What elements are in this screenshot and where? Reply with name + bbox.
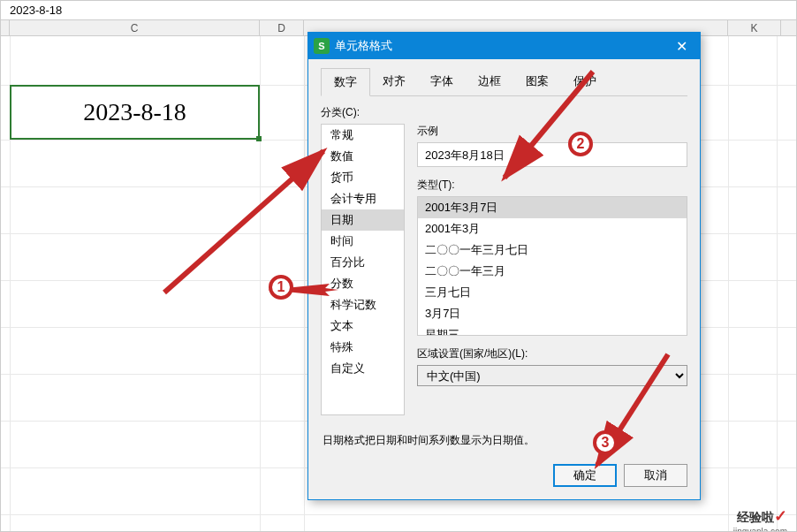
category-list[interactable]: 常规 数值 货币 会计专用 日期 时间 百分比 分数 科学记数 文本 特殊 自定… — [321, 124, 405, 415]
type-item[interactable]: 2001年3月 — [418, 218, 687, 239]
tab-align[interactable]: 对齐 — [370, 68, 418, 95]
watermark-url: jingyanla.com — [733, 527, 787, 532]
app-icon: S — [314, 38, 330, 54]
type-item[interactable]: 2001年3月7日 — [418, 197, 687, 218]
category-time[interactable]: 时间 — [322, 231, 404, 252]
grid-line — [777, 36, 778, 531]
dialog-title: 单元格格式 — [335, 38, 668, 54]
category-special[interactable]: 特殊 — [322, 337, 404, 358]
watermark: 经验啦✓ — [737, 506, 787, 526]
annotation-arrow-1 — [156, 142, 332, 301]
type-list[interactable]: 2001年3月7日 2001年3月 二〇〇一年三月七日 二〇〇一年三月 三月七日… — [417, 196, 687, 336]
cell-value: 2023-8-18 — [83, 98, 186, 126]
annotation-marker-1: 1 — [269, 275, 293, 300]
category-scientific[interactable]: 科学记数 — [322, 294, 404, 315]
svg-line-1 — [164, 151, 323, 293]
svg-line-4 — [505, 72, 593, 178]
tab-number[interactable]: 数字 — [321, 68, 370, 96]
formula-bar: 2023-8-18 — [1, 1, 796, 20]
category-percentage[interactable]: 百分比 — [322, 252, 404, 273]
category-number[interactable]: 数值 — [322, 146, 404, 167]
type-item[interactable]: 3月7日 — [418, 303, 687, 324]
tab-font[interactable]: 字体 — [418, 68, 466, 95]
col-header-d[interactable]: D — [260, 20, 304, 35]
category-currency[interactable]: 货币 — [322, 167, 404, 188]
category-text[interactable]: 文本 — [322, 315, 404, 337]
row-header-spacer — [1, 20, 10, 35]
active-cell[interactable]: 2023-8-18 — [10, 85, 260, 140]
col-header-k[interactable]: K — [728, 20, 781, 35]
grid-line — [728, 36, 729, 531]
annotation-arrow-3 — [588, 350, 677, 474]
category-date[interactable]: 日期 — [322, 209, 404, 231]
annotation-marker-3: 3 — [593, 430, 618, 455]
type-item[interactable]: 二〇〇一年三月 — [418, 261, 687, 282]
type-item[interactable]: 二〇〇一年三月七日 — [418, 239, 687, 261]
category-accounting[interactable]: 会计专用 — [322, 188, 404, 209]
dialog-titlebar[interactable]: S 单元格格式 ✕ — [308, 33, 700, 59]
formula-input[interactable]: 2023-8-18 — [4, 4, 793, 17]
annotation-arrow-2 — [496, 63, 602, 186]
col-header-c[interactable]: C — [10, 20, 260, 35]
category-custom[interactable]: 自定义 — [322, 358, 404, 379]
close-icon[interactable]: ✕ — [668, 33, 695, 59]
annotation-marker-2: 2 — [568, 132, 593, 156]
grid-line — [1, 514, 796, 515]
type-item[interactable]: 三月七日 — [418, 282, 687, 303]
category-general[interactable]: 常规 — [322, 125, 404, 146]
type-item[interactable]: 星期三 — [418, 324, 687, 336]
